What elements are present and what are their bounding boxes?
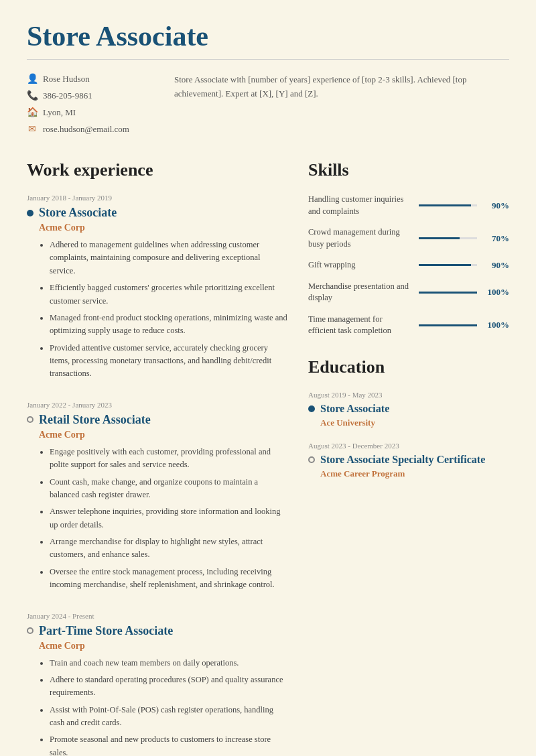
header-divider — [27, 59, 509, 60]
job-entry: January 2022 - January 2023Retail Store … — [27, 401, 288, 592]
job-header: Part-Time Store Associate — [27, 624, 288, 638]
contact-name-item: 👤 Rose Hudson — [27, 73, 147, 84]
skill-percent: 100% — [484, 287, 509, 298]
skill-percent: 70% — [484, 233, 509, 244]
skill-bar-fill — [419, 237, 460, 239]
skill-percent: 90% — [484, 200, 509, 211]
skill-bar-container — [419, 204, 477, 206]
education-section: Education August 2019 - May 2023Store As… — [308, 357, 509, 479]
skills-section: Skills Handling customer inquiries and c… — [308, 160, 509, 337]
contact-phone: 386-205-9861 — [43, 90, 92, 101]
job-company: Acme Corp — [39, 430, 288, 440]
skill-bar-container — [419, 264, 477, 266]
edu-date: August 2019 - May 2023 — [308, 391, 509, 399]
skill-row: Handling customer inquiries and complain… — [308, 194, 509, 217]
skill-name: Crowd management during busy periods — [308, 227, 412, 250]
skill-name: Gift wrapping — [308, 259, 412, 271]
work-experience-title: Work experience — [27, 160, 288, 180]
contact-info: 👤 Rose Hudson 📞 386-205-9861 🏠 Lyon, MI … — [27, 73, 147, 140]
skill-percent: 100% — [484, 320, 509, 330]
jobs-container: January 2018 - January 2019Store Associa… — [27, 194, 288, 756]
edu-entry: August 2019 - May 2023Store AssociateAce… — [308, 391, 509, 428]
edu-header: Store Associate Specialty Certificate — [308, 454, 509, 466]
skill-percent: 90% — [484, 260, 509, 271]
main-content: Work experience January 2018 - January 2… — [27, 160, 509, 756]
education-title: Education — [308, 357, 509, 377]
job-date: January 2024 - Present — [27, 612, 288, 620]
job-date: January 2018 - January 2019 — [27, 194, 288, 202]
location-icon: 🏠 — [27, 107, 38, 118]
skill-bar-fill — [419, 264, 471, 266]
job-bullet-item: Provided attentive customer service, acc… — [50, 342, 288, 381]
skill-bar-container — [419, 237, 477, 239]
job-header: Retail Store Associate — [27, 413, 288, 427]
job-bullet-item: Answer telephone inquiries, providing st… — [50, 505, 288, 531]
left-column: Work experience January 2018 - January 2… — [27, 160, 288, 756]
skills-container: Handling customer inquiries and complain… — [308, 194, 509, 337]
summary-text: Store Associate with [number of years] e… — [174, 73, 509, 140]
job-bullet-item: Oversee the entire stock management proc… — [50, 566, 288, 592]
skill-bar-fill — [419, 324, 477, 326]
phone-icon: 📞 — [27, 90, 38, 101]
edu-date: August 2023 - December 2023 — [308, 442, 509, 450]
job-bullet-item: Adhered to management guidelines when ad… — [50, 239, 288, 277]
skill-row: Merchandise presentation and display100% — [308, 281, 509, 304]
skill-bar-container — [419, 324, 477, 326]
job-header: Store Associate — [27, 206, 288, 220]
job-entry: January 2024 - PresentPart-Time Store As… — [27, 612, 288, 757]
edu-institution: Ace University — [320, 418, 509, 428]
skill-name: Time management for efficient task compl… — [308, 314, 412, 337]
skill-row: Gift wrapping90% — [308, 259, 509, 271]
contact-location: Lyon, MI — [43, 107, 76, 118]
skills-title: Skills — [308, 160, 509, 180]
skill-item: Handling customer inquiries and complain… — [308, 194, 509, 217]
job-bullet-item: Assist with Point-Of-Sale (POS) cash reg… — [50, 704, 288, 730]
skill-bar-fill — [419, 204, 471, 206]
job-company: Acme Corp — [39, 641, 288, 651]
person-icon: 👤 — [27, 73, 38, 84]
page-title: Store Associate — [27, 20, 509, 52]
job-bullet-icon — [27, 627, 34, 634]
edu-bullet-icon — [308, 456, 315, 463]
job-company: Acme Corp — [39, 223, 288, 233]
contact-email: rose.hudson@email.com — [43, 124, 129, 135]
job-bullet-item: Managed front-end product stocking opera… — [50, 312, 288, 338]
edu-bullet-icon — [308, 405, 315, 412]
job-bullet-item: Arrange merchandise for display to highl… — [50, 536, 288, 562]
skill-item: Crowd management during busy periods70% — [308, 227, 509, 250]
right-column: Skills Handling customer inquiries and c… — [308, 160, 509, 756]
education-container: August 2019 - May 2023Store AssociateAce… — [308, 391, 509, 479]
contact-section: 👤 Rose Hudson 📞 386-205-9861 🏠 Lyon, MI … — [27, 73, 509, 140]
contact-name: Rose Hudson — [43, 74, 90, 84]
job-bullet-item: Efficiently bagged customers' groceries … — [50, 281, 288, 308]
job-bullet-item: Train and coach new team members on dail… — [50, 657, 288, 670]
skill-name: Merchandise presentation and display — [308, 281, 412, 304]
job-bullets-list: Train and coach new team members on dail… — [39, 657, 288, 757]
job-bullet-icon — [27, 416, 34, 423]
edu-entry: August 2023 - December 2023Store Associa… — [308, 442, 509, 479]
job-bullets-list: Engage positively with each customer, pr… — [39, 446, 288, 592]
job-title: Store Associate — [39, 206, 117, 220]
edu-title: Store Associate Specialty Certificate — [320, 454, 485, 466]
skill-bar-fill — [419, 292, 477, 294]
job-bullet-icon — [27, 210, 34, 216]
contact-phone-item: 📞 386-205-9861 — [27, 90, 147, 101]
skill-bar-container — [419, 292, 477, 294]
skill-row: Time management for efficient task compl… — [308, 314, 509, 337]
edu-institution: Acme Career Program — [320, 468, 509, 479]
contact-location-item: 🏠 Lyon, MI — [27, 107, 147, 118]
job-date: January 2022 - January 2023 — [27, 401, 288, 409]
job-entry: January 2018 - January 2019Store Associa… — [27, 194, 288, 381]
contact-email-item: ✉ rose.hudson@email.com — [27, 123, 147, 135]
job-bullets-list: Adhered to management guidelines when ad… — [39, 239, 288, 381]
edu-title: Store Associate — [320, 403, 389, 415]
job-title: Retail Store Associate — [39, 413, 151, 427]
skill-item: Merchandise presentation and display100% — [308, 281, 509, 304]
edu-header: Store Associate — [308, 403, 509, 415]
job-title: Part-Time Store Associate — [39, 624, 173, 638]
job-bullet-item: Count cash, make change, and organize co… — [50, 476, 288, 502]
skill-item: Time management for efficient task compl… — [308, 314, 509, 337]
skill-item: Gift wrapping90% — [308, 259, 509, 271]
skill-name: Handling customer inquiries and complain… — [308, 194, 412, 217]
job-bullet-item: Promote seasonal and new products to cus… — [50, 733, 288, 756]
